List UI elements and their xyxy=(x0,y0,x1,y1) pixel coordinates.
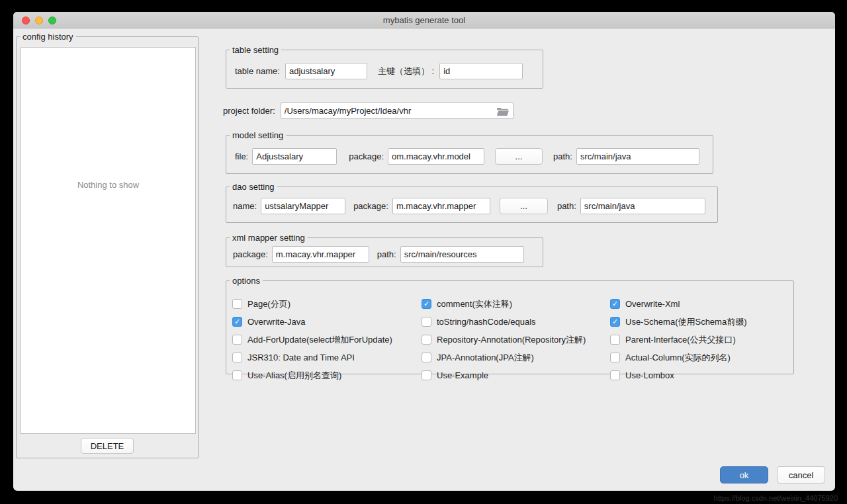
option-label: Use-Lombox xyxy=(625,370,674,380)
checkbox-icon[interactable]: ✓ xyxy=(422,370,431,380)
titlebar[interactable]: mybatis generate tool xyxy=(13,12,835,28)
option-jsr310[interactable]: ✓JSR310: Date and Time API xyxy=(232,349,422,366)
cancel-button[interactable]: cancel xyxy=(777,466,825,483)
option-label: Overwrite-Java xyxy=(247,317,305,327)
dao-package-input[interactable] xyxy=(392,198,490,214)
option-label: toString/hashCode/equals xyxy=(437,317,536,327)
delete-button[interactable]: DELETE xyxy=(81,438,134,454)
checkbox-icon[interactable]: ✓ xyxy=(422,299,431,309)
dao-name-label: name: xyxy=(233,201,257,211)
dao-path-input[interactable] xyxy=(580,198,705,214)
option-label: JPA-Annotation(JPA注解) xyxy=(437,352,534,364)
option-comment[interactable]: ✓comment(实体注释) xyxy=(422,295,610,313)
table-name-input[interactable] xyxy=(285,63,367,79)
mybatis-generate-tool-window: mybatis generate tool config history Not… xyxy=(13,12,835,491)
option-use-alias[interactable]: ✓Use-Alias(启用别名查询) xyxy=(232,366,422,384)
option-label: Use-Alias(启用别名查询) xyxy=(247,370,341,382)
checkbox-icon[interactable]: ✓ xyxy=(610,317,620,327)
option-label: Parent-Interface(公共父接口) xyxy=(625,334,736,346)
option-use-example[interactable]: ✓Use-Example xyxy=(422,366,610,384)
folder-icon[interactable] xyxy=(497,106,509,118)
dao-setting-title: dao setting xyxy=(230,182,277,192)
primary-key-input[interactable] xyxy=(439,63,523,79)
xml-path-input[interactable] xyxy=(400,246,524,263)
minimize-button[interactable] xyxy=(35,17,43,24)
options-panel: options ✓Page(分页) ✓Overwrite-Java ✓Add-F… xyxy=(226,276,794,374)
model-package-label: package: xyxy=(349,151,384,161)
option-label: Overwrite-Xml xyxy=(625,299,680,309)
checkbox-icon[interactable]: ✓ xyxy=(232,317,242,327)
primary-key-label: 主键（选填） : xyxy=(378,65,434,77)
option-label: Repository-Annotation(Repository注解) xyxy=(437,334,586,346)
dao-setting-panel: dao setting name: package: ... path: xyxy=(226,182,718,223)
option-use-schema[interactable]: ✓Use-Schema(使用Schema前缀) xyxy=(610,313,793,331)
dao-browse-button[interactable]: ... xyxy=(500,198,548,214)
project-folder-label: project folder: xyxy=(223,106,275,116)
check-icon: ✓ xyxy=(612,318,618,325)
dao-package-label: package: xyxy=(353,201,388,211)
model-path-input[interactable] xyxy=(576,148,699,165)
model-file-input[interactable] xyxy=(252,148,337,165)
close-button[interactable] xyxy=(22,17,30,24)
option-label: Use-Schema(使用Schema前缀) xyxy=(625,316,747,328)
option-label: Page(分页) xyxy=(247,298,290,310)
option-tostring-hashcode[interactable]: ✓toString/hashCode/equals xyxy=(422,313,610,331)
checkbox-icon[interactable]: ✓ xyxy=(422,317,431,327)
model-file-label: file: xyxy=(235,151,248,161)
option-add-forupdate[interactable]: ✓Add-ForUpdate(select增加ForUpdate) xyxy=(232,331,422,349)
xml-package-input[interactable] xyxy=(272,246,369,263)
checkbox-icon[interactable]: ✓ xyxy=(422,335,431,345)
option-label: Add-ForUpdate(select增加ForUpdate) xyxy=(247,334,392,346)
traffic-lights xyxy=(22,17,56,24)
options-title: options xyxy=(230,276,263,286)
checkbox-icon[interactable]: ✓ xyxy=(232,370,242,380)
option-label: Actual-Column(实际的列名) xyxy=(625,352,731,364)
checkbox-icon[interactable]: ✓ xyxy=(610,299,620,309)
checkbox-icon[interactable]: ✓ xyxy=(422,353,431,362)
check-icon: ✓ xyxy=(424,300,429,308)
model-package-input[interactable] xyxy=(388,148,484,165)
xml-mapper-setting-panel: xml mapper setting package: path: xyxy=(226,233,543,267)
check-icon: ✓ xyxy=(234,318,240,325)
table-setting-title: table setting xyxy=(230,45,281,55)
table-name-label: table name: xyxy=(235,66,280,76)
option-overwrite-xml[interactable]: ✓Overwrite-Xml xyxy=(610,295,793,313)
checkbox-icon[interactable]: ✓ xyxy=(610,370,620,380)
dao-path-label: path: xyxy=(557,201,576,211)
model-setting-title: model setting xyxy=(230,130,286,140)
checkbox-icon[interactable]: ✓ xyxy=(610,353,620,362)
option-label: JSR310: Date and Time API xyxy=(247,353,355,362)
dao-name-input[interactable] xyxy=(261,198,345,214)
checkbox-icon[interactable]: ✓ xyxy=(232,299,242,309)
checkbox-icon[interactable]: ✓ xyxy=(232,353,242,362)
checkbox-icon[interactable]: ✓ xyxy=(232,335,242,345)
config-history-title: config history xyxy=(20,32,76,42)
zoom-button[interactable] xyxy=(48,17,56,24)
xml-path-label: path: xyxy=(377,249,396,259)
config-history-list[interactable]: Nothing to show xyxy=(21,47,196,434)
window-title: mybatis generate tool xyxy=(13,12,835,28)
project-folder-input[interactable] xyxy=(281,103,513,119)
ok-button[interactable]: ok xyxy=(720,466,768,483)
option-overwrite-java[interactable]: ✓Overwrite-Java xyxy=(232,313,422,331)
option-label: comment(实体注释) xyxy=(437,298,512,310)
xml-mapper-setting-title: xml mapper setting xyxy=(230,233,308,243)
watermark-text: https://blog.csdn.net/weixin_44075920 xyxy=(714,494,838,502)
config-history-panel: config history Nothing to show DELETE xyxy=(16,32,199,458)
check-icon: ✓ xyxy=(612,300,618,308)
empty-list-text: Nothing to show xyxy=(21,180,195,190)
table-setting-panel: table setting table name: 主键（选填） : xyxy=(226,45,543,89)
option-actual-column[interactable]: ✓Actual-Column(实际的列名) xyxy=(610,349,793,366)
model-path-label: path: xyxy=(553,151,572,161)
option-use-lombox[interactable]: ✓Use-Lombox xyxy=(610,366,793,384)
option-jpa-annotation[interactable]: ✓JPA-Annotation(JPA注解) xyxy=(422,349,610,366)
option-page[interactable]: ✓Page(分页) xyxy=(232,295,422,313)
xml-package-label: package: xyxy=(233,249,268,259)
option-repository-annotation[interactable]: ✓Repository-Annotation(Repository注解) xyxy=(422,331,610,349)
model-browse-button[interactable]: ... xyxy=(495,148,543,165)
model-setting-panel: model setting file: package: ... path: xyxy=(226,130,713,174)
option-parent-interface[interactable]: ✓Parent-Interface(公共父接口) xyxy=(610,331,793,349)
option-label: Use-Example xyxy=(437,370,488,380)
checkbox-icon[interactable]: ✓ xyxy=(610,335,620,345)
options-grid: ✓Page(分页) ✓Overwrite-Java ✓Add-ForUpdate… xyxy=(232,295,793,384)
